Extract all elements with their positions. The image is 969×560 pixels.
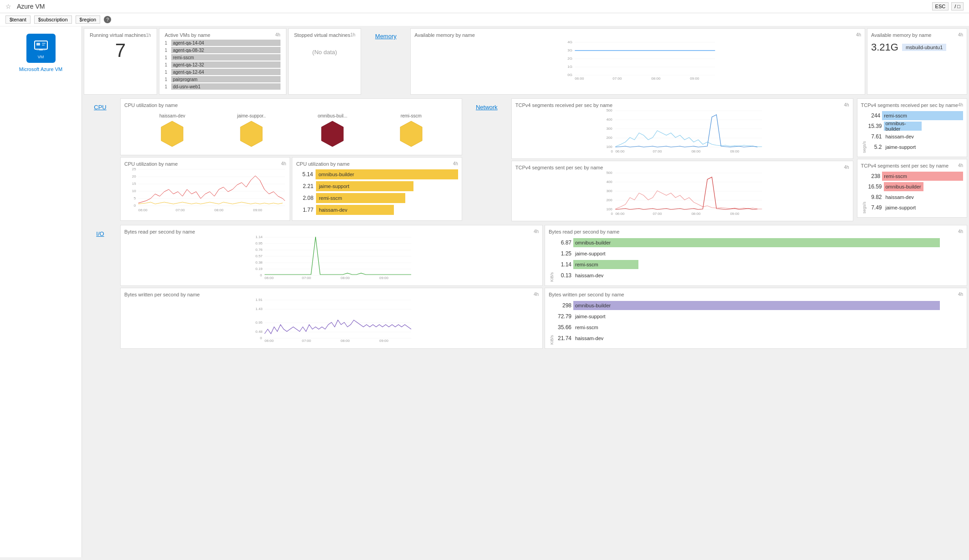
svg-text:0.19: 0.19 [255,267,263,271]
memory-bar-title: Available memory by name [871,32,931,38]
running-vms-time: 1h [146,33,151,38]
hex-item-omnibus: omnibus-buil... [318,113,347,148]
svg-text:100: 100 [606,207,612,211]
stopped-vms-card: Stopped virtual machines 1h (No data) [288,28,362,95]
network-link[interactable]: Network [476,104,498,111]
cpu-link-panel: CPU [82,98,118,221]
svg-rect-1 [36,43,40,46]
svg-text:4G: 4G [568,40,573,44]
cpu-line-svg: 25 20 15 10 5 0 [124,167,286,212]
svg-rect-2 [42,43,46,44]
help-icon[interactable]: ? [104,16,111,23]
topbar: ☆ Azure VM ESC / □ [0,0,969,13]
cpu-section-row: CPU CPU utilization by name haissam-dev [82,98,969,221]
svg-text:2G: 2G [568,56,573,61]
svg-text:07:00: 07:00 [653,212,662,216]
io-write-bar-card: Bytes written per second by name 4h KiB/… [545,288,967,349]
svg-text:10: 10 [132,189,136,193]
svg-text:07:00: 07:00 [176,208,185,212]
io-read-bar-title: Bytes read per second by name [549,229,619,234]
net-sent-bar-card: TCPv4 segments sent per sec by name 4h s… [857,159,968,218]
azure-icon: VM [26,34,56,63]
svg-text:300: 300 [606,127,612,131]
svg-text:09:00: 09:00 [730,149,740,153]
memory-bar-time: 4h [958,32,963,38]
memory-chart-title: Available memory by name [414,32,474,38]
memory-bar-card: Available memory by name 4h 3.21G msbuil… [867,28,967,95]
io-read-svg: 1.14 0.95 0.76 0.57 0.38 0.19 0 [124,234,539,280]
svg-text:09:00: 09:00 [379,339,389,343]
bar-item: 2.08 remi-sscm [296,193,458,203]
svg-text:07:00: 07:00 [613,76,622,81]
io-section-row: I/O Bytes read per second by name 4h 1.1… [82,225,969,349]
net-sent-svg: 500 400 300 200 100 0 06 [515,170,849,216]
io-write-bar-title: Bytes written per second by name [549,292,624,297]
memory-top-name: msbuild-ubuntu1 [902,44,946,51]
hex-item-haissam: haissam-dev [159,113,185,148]
io-read-bar-item: 6.87 omnibus-builder [556,238,963,247]
cpu-link[interactable]: CPU [94,104,106,111]
net-sent-bar-item: 9.82 haissam-dev [868,193,964,202]
io-read-bar-item: 1.14 remi-sscm [556,260,963,269]
svg-text:0.95: 0.95 [255,321,263,325]
svg-text:500: 500 [606,108,612,112]
net-recv-bar-item: 5.2 jaime-support [868,143,964,152]
svg-text:400: 400 [606,180,612,184]
svg-text:06:00: 06:00 [575,76,585,81]
svg-text:08:00: 08:00 [341,339,350,343]
io-read-chart-title: Bytes read per second by name [124,229,195,234]
svg-text:09:00: 09:00 [730,212,740,216]
svg-text:08:00: 08:00 [214,208,224,212]
net-recv-time: 4h [844,102,849,108]
bar-item: 5.14 omnibus-builder [296,169,458,179]
svg-text:0: 0 [260,336,262,340]
esc-button[interactable]: ESC [932,2,949,10]
cpu-charts-row: CPU utilization by name 4h 25 20 15 10 5… [120,157,462,221]
io-write-chart-card: Bytes written per second by name 4h 1.91… [120,288,543,349]
star-icon[interactable]: ☆ [5,3,11,10]
net-recv-svg: 500 400 300 200 100 0 06 [515,108,849,153]
svg-marker-22 [321,121,343,147]
svg-text:500: 500 [606,171,612,175]
io-write-chart-time: 4h [534,292,539,297]
list-item: 1 dd-usrv-web1 [165,83,280,90]
svg-text:06:00: 06:00 [615,149,625,153]
io-write-bar-item: 21.74 haissam-dev [556,334,963,343]
memory-svg: 4G 3G 2G 1G 0G 06:00 [414,40,861,81]
io-link[interactable]: I/O [96,230,104,237]
svg-text:0: 0 [260,273,262,277]
svg-text:0.57: 0.57 [255,254,263,258]
io-content: Bytes read per second by name 4h 1.14 0.… [118,225,969,349]
net-recv-bar-title: TCPv4 segments received per sec by name [861,102,958,108]
subscription-filter[interactable]: $subscription [34,15,72,24]
svg-marker-21 [240,121,262,147]
net-sent-bar-title: TCPv4 segments sent per sec by name [861,163,949,168]
svg-text:07:00: 07:00 [302,339,311,343]
net-recv-bar-item: 244 remi-sscm [868,111,964,120]
layout-button[interactable]: / □ [951,2,964,10]
filter-bar: $tenant $subscription $region ? [0,13,969,26]
running-vms-value: 7 [90,38,151,63]
svg-text:15: 15 [132,182,136,186]
svg-text:1.43: 1.43 [255,307,263,311]
svg-rect-5 [36,50,46,51]
memory-link[interactable]: Memory [375,33,397,40]
io-read-bar-card: Bytes read per second by name 4h KiB/s 6… [545,225,967,286]
svg-text:06:00: 06:00 [138,208,148,212]
cpu-chart-title: CPU utilization by name [124,161,178,167]
azure-vm-link[interactable]: Microsoft Azure VM [19,66,62,72]
svg-text:400: 400 [606,117,612,122]
io-write-row: Bytes written per second by name 4h 1.91… [120,288,967,349]
region-filter[interactable]: $region [76,15,101,24]
io-read-row: Bytes read per second by name 4h 1.14 0.… [120,225,967,286]
io-read-bar-item: 1.25 jaime-support [556,249,963,258]
tenant-filter[interactable]: $tenant [5,15,31,24]
cpu-bar-title: CPU utilization by name [296,161,349,167]
svg-text:0: 0 [134,204,136,208]
page-title: Azure VM [17,3,45,10]
svg-text:3G: 3G [568,48,573,52]
list-item: 1 agent-qa-14-04 [165,40,280,46]
list-item: 1 remi-sscm [165,54,280,61]
svg-text:0: 0 [611,212,613,216]
io-read-bar-item: 0.13 haissam-dev [556,271,963,280]
